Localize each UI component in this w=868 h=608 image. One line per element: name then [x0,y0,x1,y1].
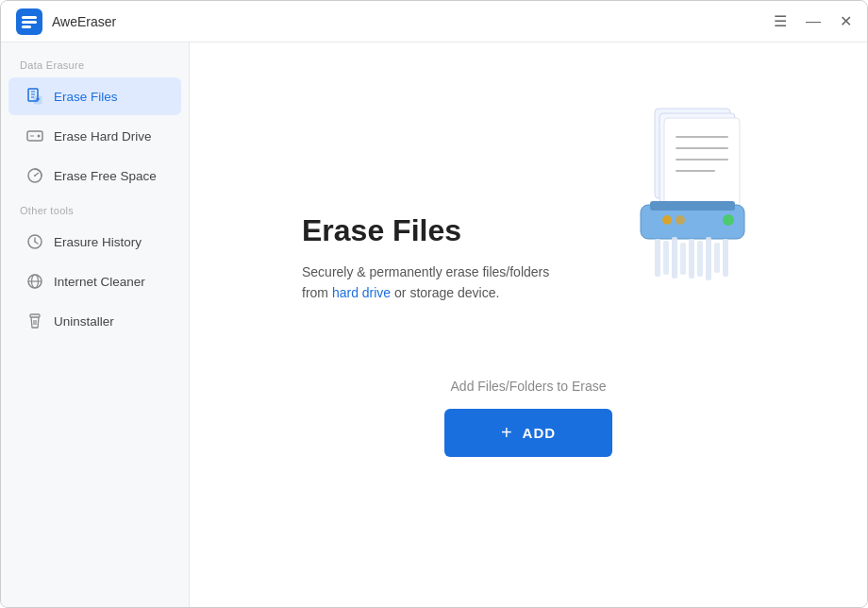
svg-point-34 [723,214,734,226]
sidebar: Data Erasure Erase Files [1,42,190,608]
sidebar-item-erase-hard-drive[interactable]: Erase Hard Drive [8,117,181,155]
internet-cleaner-icon [25,272,44,291]
sidebar-section-data-erasure: Data Erasure [1,50,189,76]
svg-rect-33 [650,201,735,211]
svg-rect-39 [672,237,677,279]
erase-free-space-icon [25,166,44,185]
svg-rect-44 [714,243,720,273]
add-button-label: ADD [523,425,557,441]
svg-rect-45 [723,239,728,277]
svg-point-36 [676,215,685,225]
window-controls: ☰ — ✕ [774,14,852,29]
add-label: Add Files/Folders to Erase [451,379,607,394]
svg-rect-38 [663,241,669,275]
menu-icon[interactable]: ☰ [774,14,787,29]
desc-part2: from [302,285,328,300]
svg-rect-42 [697,241,703,277]
sidebar-label-uninstaller: Uninstaller [54,314,114,329]
svg-rect-40 [680,243,686,275]
titlebar: AweEraser ☰ — ✕ [1,1,867,42]
sidebar-label-erasure-history: Erasure History [54,235,142,249]
page-title: Erase Files [302,213,549,248]
uninstaller-icon [25,312,44,330]
sidebar-label-internet-cleaner: Internet Cleaner [54,275,145,289]
sidebar-label-erase-free-space: Erase Free Space [54,169,157,183]
svg-point-35 [662,215,672,225]
svg-rect-41 [689,239,694,279]
sidebar-item-erasure-history[interactable]: Erasure History [8,223,181,261]
content-text-section: Erase Files Securely & permanently erase… [302,213,549,304]
svg-rect-22 [30,314,40,317]
sidebar-label-erase-hard-drive: Erase Hard Drive [54,129,152,144]
desc-highlight: hard drive [332,285,391,300]
erasure-history-icon [25,232,44,251]
sidebar-item-internet-cleaner[interactable]: Internet Cleaner [8,262,181,300]
sidebar-item-uninstaller[interactable]: Uninstaller [8,302,181,340]
close-button[interactable]: ✕ [840,14,852,29]
add-button[interactable]: + ADD [444,409,612,457]
svg-rect-37 [655,239,660,277]
app-body: Data Erasure Erase Files [1,42,867,608]
svg-rect-8 [34,96,42,104]
svg-rect-1 [22,16,37,19]
svg-point-11 [38,135,41,138]
app-title: AweEraser [52,14,116,29]
sidebar-item-erase-free-space[interactable]: Erase Free Space [8,157,181,194]
main-content: Erase Files Securely & permanently erase… [190,42,867,608]
svg-rect-43 [706,237,711,280]
sidebar-section-other-tools: Other tools [1,195,189,222]
add-section: Add Files/Folders to Erase + ADD [444,379,612,457]
desc-part1: Securely & permanently erase files/folde… [302,264,549,279]
svg-rect-2 [22,21,37,24]
erase-hard-drive-icon [25,127,44,145]
page-description: Securely & permanently erase files/folde… [302,262,549,304]
shredder-illustration [603,99,773,288]
svg-point-15 [34,175,36,177]
desc-part3: or storage device. [394,285,499,300]
svg-rect-3 [22,25,31,28]
sidebar-label-erase-files: Erase Files [54,90,118,104]
svg-rect-27 [664,118,740,208]
app-logo [16,8,42,35]
erase-files-icon [25,87,44,106]
sidebar-item-erase-files[interactable]: Erase Files [8,77,181,115]
svg-rect-10 [27,131,42,141]
add-plus-icon: + [501,422,513,444]
minimize-button[interactable]: — [806,14,821,29]
svg-line-18 [35,242,38,244]
